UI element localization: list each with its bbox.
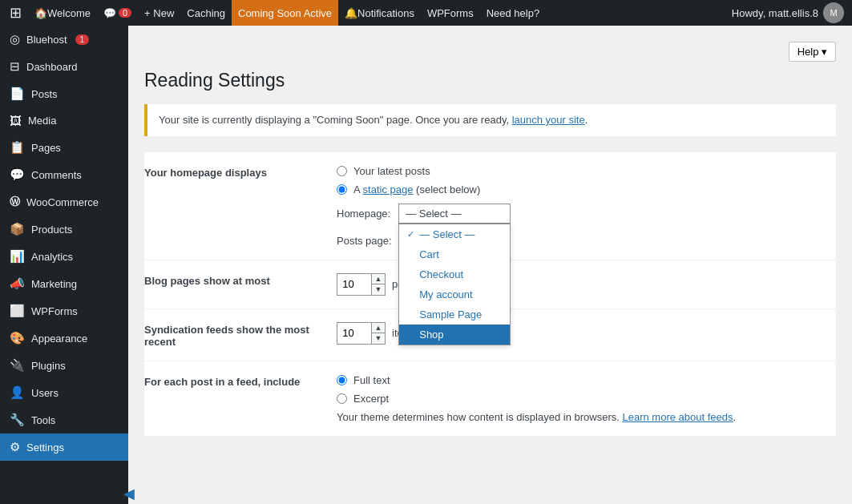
sidebar-label-appearance: Appearance [31,333,87,345]
blog-pages-down[interactable]: ▼ [372,284,385,295]
sidebar-item-analytics[interactable]: 📊 Analytics [0,243,128,270]
learn-more-link[interactable]: Learn more about feeds [623,411,733,423]
sidebar-item-bluehost[interactable]: ◎ Bluehost 1 [0,26,128,53]
dropdown-label-checkout: Checkout [419,268,463,280]
sidebar-item-pages[interactable]: 📋 Pages [0,134,128,161]
radio-full-text: Full text [337,374,836,386]
sidebar-label-posts: Posts [31,88,58,100]
comment-icon: 💬 [103,7,116,19]
sidebar-label-media: Media [28,115,56,127]
comments-sidebar-icon: 💬 [10,167,25,182]
avatar[interactable]: M [823,2,844,23]
need-help-item[interactable]: Need help? [480,0,547,26]
caching-item[interactable]: Caching [180,0,232,26]
comments-item[interactable]: 💬 0 [97,0,138,26]
marketing-icon: 📣 [10,276,25,291]
posts-page-select-label: Posts page: [337,235,392,247]
syndication-feeds-label: Syndication feeds show the most recent [144,322,321,348]
notice-after: . [585,114,588,126]
static-page-label: A static page (select below) [353,183,480,196]
excerpt-label: Excerpt [353,393,389,405]
full-text-label: Full text [353,374,390,386]
coming-soon-item[interactable]: Coming Soon Active [232,0,338,26]
launch-site-link[interactable]: launch your site [512,114,585,126]
dashboard-icon: ⊟ [10,59,20,74]
media-icon: 🖼 [10,114,22,127]
syndication-feeds-up[interactable]: ▲ [372,323,385,333]
dropdown-item-cart[interactable]: ✓ Cart [399,244,510,264]
blog-pages-arrows: ▲ ▼ [371,274,385,295]
check-icon: ✓ [407,229,414,240]
notifications-item[interactable]: 🔔 Notifications [338,0,421,26]
sidebar-item-posts[interactable]: 📄 Posts [0,80,128,107]
syndication-feeds-input[interactable] [337,323,371,344]
admin-bar: ⊞ 🏠 Welcome 💬 0 + New Caching Coming Soo… [0,0,852,26]
homepage-dropdown-wrapper: — Select — ✓ — Select — ✓ Car [398,204,511,224]
new-label: + New [144,7,174,19]
notice-text: Your site is currently displaying a "Com… [159,114,509,126]
homepage-select-row: Homepage: — Select — ✓ — Select — [337,204,511,224]
sidebar-label-analytics: Analytics [31,251,73,263]
bluehost-badge: 1 [75,34,90,45]
blog-pages-up[interactable]: ▲ [372,274,385,284]
wpforms-top-item[interactable]: WPForms [421,0,480,26]
sidebar-label-tools: Tools [31,414,55,426]
static-page-radio[interactable] [337,184,347,195]
sidebar-item-settings[interactable]: ⚙ Settings [0,433,128,461]
sidebar-item-woocommerce[interactable]: Ⓦ WooCommerce [0,188,128,216]
welcome-item[interactable]: 🏠 Welcome [28,0,97,26]
syndication-feeds-stepper: ▲ ▼ [337,322,386,345]
dropdown-item-checkout[interactable]: ✓ Checkout [399,264,510,284]
wp-logo-icon: ⊞ [10,4,22,22]
settings-icon: ⚙ [10,440,20,454]
dropdown-item-shop[interactable]: ✓ Shop [399,325,510,345]
appearance-icon: 🎨 [10,331,25,345]
dropdown-label-sample-page: Sample Page [419,308,482,321]
sidebar-item-tools[interactable]: 🔧 Tools [0,406,128,433]
homepage-displays-label: Your homepage displays [144,165,321,179]
sidebar-item-plugins[interactable]: 🔌 Plugins [0,352,128,379]
sidebar-item-wpforms[interactable]: ⬜ WPForms [0,297,128,325]
sidebar: ◎ Bluehost 1 ⊟ Dashboard 📄 Posts 🖼 Media… [0,26,128,504]
blog-pages-input[interactable] [337,274,371,295]
feed-include-row: For each post in a feed, include Full te… [144,361,836,436]
homepage-dropdown-current: — Select — [406,208,461,220]
sidebar-item-media[interactable]: 🖼 Media [0,107,128,134]
wpforms-icon: ⬜ [10,304,25,318]
sidebar-label-settings: Settings [26,442,64,454]
sidebar-item-dashboard[interactable]: ⊟ Dashboard [0,53,128,80]
full-text-radio[interactable] [337,375,347,385]
sidebar-label-woocommerce: WooCommerce [26,196,99,208]
coming-soon-notice: Your site is currently displaying a "Com… [144,104,836,136]
users-icon: 👤 [10,385,25,400]
theme-note: Your theme determines how content is dis… [337,411,836,423]
static-page-link[interactable]: static page [363,183,414,196]
sidebar-label-dashboard: Dashboard [26,61,78,73]
sidebar-item-products[interactable]: 📦 Products [0,216,128,243]
howdy-text: Howdy, matt.ellis.8 [732,7,818,19]
sidebar-item-appearance[interactable]: 🎨 Appearance [0,325,128,352]
main-content: Help ▾ Reading Settings Your site is cur… [128,26,852,504]
welcome-label: Welcome [47,7,91,19]
sidebar-collapse-arrow[interactable]: ◀ [123,485,135,502]
dropdown-item-sample-page[interactable]: ✓ Sample Page [399,304,510,325]
bell-icon: 🔔 [345,7,357,19]
dropdown-item-select[interactable]: ✓ — Select — [399,224,510,244]
pages-icon: 📋 [10,140,25,155]
latest-posts-radio[interactable] [337,166,347,176]
help-button[interactable]: Help ▾ [789,42,836,62]
sidebar-item-comments[interactable]: 💬 Comments [0,161,128,188]
coming-soon-label: Coming Soon Active [238,7,332,19]
syndication-feeds-down[interactable]: ▼ [372,333,385,344]
wp-logo-item[interactable]: ⊞ [3,0,28,26]
tools-icon: 🔧 [10,413,25,427]
sidebar-item-marketing[interactable]: 📣 Marketing [0,270,128,297]
dropdown-item-my-account[interactable]: ✓ My account [399,284,510,304]
new-item[interactable]: + New [138,0,180,26]
sidebar-label-users: Users [31,387,59,399]
sidebar-item-users[interactable]: 👤 Users [0,379,128,406]
need-help-label: Need help? [487,7,540,19]
homepage-dropdown-trigger[interactable]: — Select — [398,204,511,224]
products-icon: 📦 [10,222,25,236]
excerpt-radio[interactable] [337,393,347,404]
